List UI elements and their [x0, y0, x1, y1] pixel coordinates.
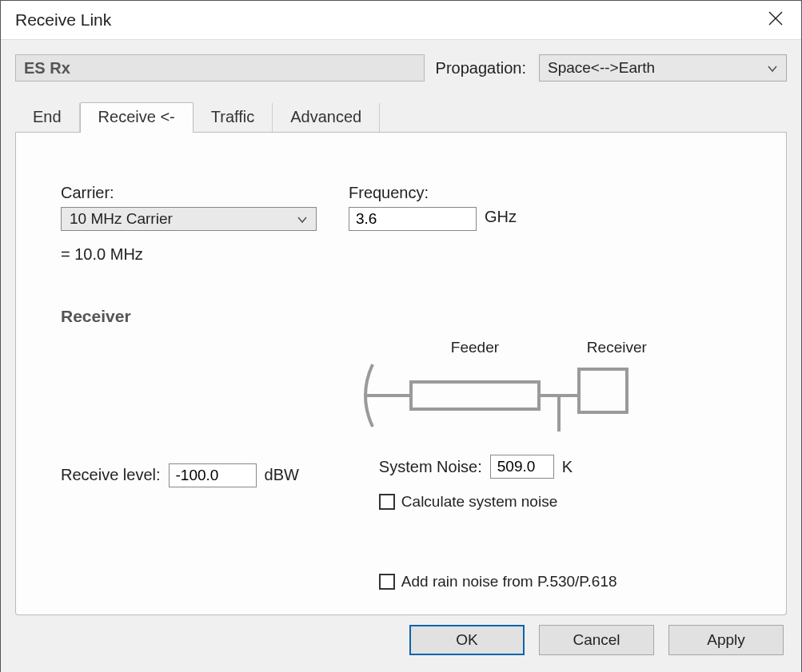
system-noise-row: System Noise: K — [379, 455, 741, 479]
frequency-label: Frequency: — [349, 184, 517, 202]
close-icon — [768, 10, 784, 30]
tab-label: Receive <- — [98, 108, 175, 125]
cancel-button[interactable]: Cancel — [539, 625, 654, 655]
frequency-input[interactable] — [349, 207, 477, 231]
propagation-select[interactable]: Space<-->Earth — [539, 54, 787, 82]
receive-level-input[interactable] — [169, 463, 257, 487]
carrier-equals: = 10.0 MHz — [61, 245, 317, 264]
tab-strip: End Receive <- Traffic Advanced — [15, 101, 787, 133]
frequency-unit: GHz — [485, 208, 517, 226]
tab-label: Advanced — [290, 108, 361, 125]
header-row: ES Rx Propagation: Space<-->Earth — [15, 54, 787, 82]
checkbox-icon — [379, 574, 395, 590]
svg-rect-3 — [411, 382, 539, 409]
tab-label: End — [33, 108, 62, 125]
tab-label: Traffic — [211, 108, 254, 125]
calculate-system-noise-checkbox[interactable]: Calculate system noise — [379, 493, 741, 511]
receiver-diagram-icon — [355, 360, 659, 431]
link-name-text: ES Rx — [24, 59, 70, 78]
svg-rect-6 — [579, 369, 627, 412]
tab-panel: Carrier: 10 MHz Carrier = 10.0 MHz Frequ… — [15, 133, 787, 615]
close-button[interactable] — [756, 1, 795, 39]
chevron-down-icon — [767, 59, 778, 77]
receiver-heading: Receiver — [61, 307, 741, 326]
tab-receive[interactable]: Receive <- — [80, 102, 194, 133]
system-noise-unit: K — [562, 458, 573, 476]
system-noise-input[interactable] — [490, 455, 554, 479]
diagram-receiver-label: Receiver — [587, 339, 647, 356]
titlebar: Receive Link — [1, 1, 801, 40]
receive-level-unit: dBW — [265, 466, 299, 484]
diagram-feeder-label: Feeder — [451, 339, 499, 356]
button-label: OK — [456, 631, 477, 649]
dialog-buttons: OK Cancel Apply — [15, 615, 787, 665]
apply-button[interactable]: Apply — [668, 625, 784, 655]
ok-button[interactable]: OK — [409, 625, 525, 655]
button-label: Cancel — [573, 631, 620, 649]
checkbox-label: Add rain noise from P.530/P.618 — [401, 573, 617, 590]
checkbox-icon — [379, 494, 395, 510]
receiver-area: Receive level: dBW Feeder Receiver — [61, 360, 741, 590]
carrier-label: Carrier: — [61, 184, 317, 202]
receive-level-row: Receive level: dBW — [61, 360, 299, 590]
receive-level-label: Receive level: — [61, 466, 161, 484]
checkbox-label: Calculate system noise — [401, 493, 557, 511]
tab-advanced[interactable]: Advanced — [273, 103, 380, 133]
carrier-frequency-row: Carrier: 10 MHz Carrier = 10.0 MHz Frequ… — [61, 184, 741, 264]
window-title: Receive Link — [15, 10, 111, 30]
tab-traffic[interactable]: Traffic — [194, 103, 273, 133]
carrier-value: 10 MHz Carrier — [70, 210, 173, 228]
button-label: Apply — [707, 631, 745, 649]
link-name-field[interactable]: ES Rx — [15, 54, 425, 82]
system-noise-label: System Noise: — [379, 458, 482, 476]
chevron-down-icon — [297, 210, 308, 228]
receiver-diagram-block: Feeder Receiver — [355, 360, 741, 590]
dialog-window: Receive Link ES Rx Propagation: Space<--… — [0, 0, 802, 672]
client-area: ES Rx Propagation: Space<-->Earth End Re… — [1, 40, 801, 672]
add-rain-noise-checkbox[interactable]: Add rain noise from P.530/P.618 — [379, 573, 741, 590]
carrier-select[interactable]: 10 MHz Carrier — [61, 207, 317, 231]
tab-end[interactable]: End — [15, 103, 80, 133]
propagation-label: Propagation: — [433, 59, 531, 78]
propagation-value: Space<-->Earth — [548, 59, 655, 77]
